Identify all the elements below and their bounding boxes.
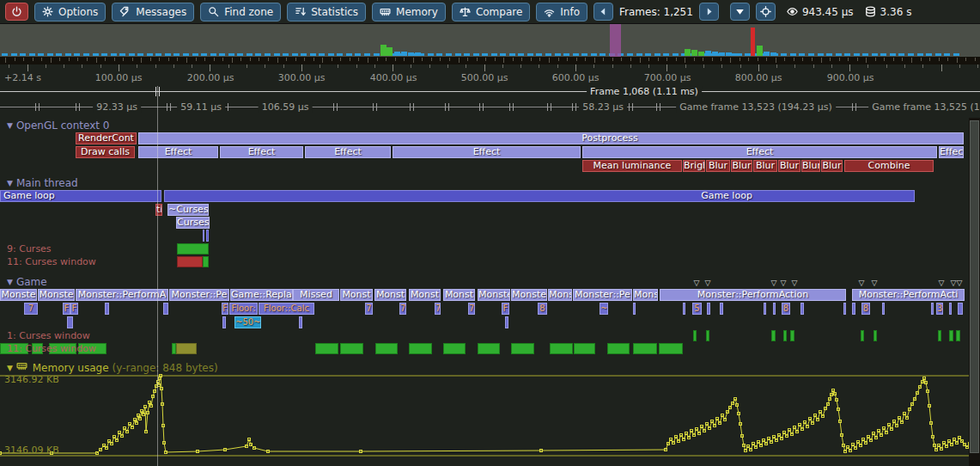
power-button[interactable] [5,3,28,21]
frame-bar[interactable] [237,53,243,56]
frame-bar[interactable] [781,53,787,56]
collapsed-zones-marker[interactable]: ▽ [939,279,945,287]
frame-bar[interactable] [705,51,711,56]
lock-bar[interactable] [203,256,209,267]
frame-bar[interactable] [663,53,669,56]
frame-bar[interactable] [408,52,414,56]
frame-bar[interactable] [83,53,89,56]
collapsed-zones-marker[interactable]: ▽ [694,279,700,287]
frame-bar[interactable] [757,46,763,56]
frame-bar[interactable] [129,53,135,56]
lock-bar[interactable] [550,343,573,354]
zone-bar[interactable]: Monster::Pe [169,289,229,301]
center-view-button[interactable] [756,3,776,21]
zone-bar[interactable]: Monst [409,289,441,301]
frame-bar[interactable] [691,50,697,56]
lock-bar[interactable] [873,330,877,341]
zone-bar[interactable]: Monster::PerformActi [852,289,965,301]
lock-bar[interactable] [177,256,203,267]
zone-bar[interactable]: Effec [939,146,964,158]
frame-bar[interactable] [401,52,407,56]
frame-bar[interactable] [436,53,442,56]
zone-bar[interactable] [800,303,804,315]
frame-bar[interactable] [627,53,633,56]
frame-bar[interactable] [428,53,434,56]
zone-bar[interactable]: 7 [365,303,373,315]
collapsed-zones-marker[interactable]: ▽ [705,279,711,287]
lock-bar[interactable] [790,330,794,341]
zone-bar[interactable]: Floor::Calc [259,303,314,315]
frame-bar[interactable] [935,53,941,56]
frame-bar[interactable] [119,53,125,56]
frame-bar[interactable] [201,53,207,56]
zone-bar[interactable] [773,303,776,315]
zone-bar[interactable]: 7 [435,303,441,315]
frame-bar[interactable] [944,53,950,56]
lock-bar[interactable] [783,330,787,341]
frame-bar[interactable] [29,53,35,56]
zone-bar[interactable]: Floor: [229,303,258,315]
frame-bar[interactable] [645,53,651,56]
zone-bar[interactable]: 8 [538,303,547,315]
zone-bar[interactable]: RenderCont [76,132,137,144]
zone-bar[interactable]: Monster::PerformA [76,289,168,301]
zone-bar[interactable]: Mons [633,289,658,301]
frame-bar[interactable] [47,53,53,56]
lock-bar[interactable] [706,330,709,341]
frame-bar[interactable] [685,49,691,56]
lock-bar[interactable] [315,343,338,354]
frame-bar[interactable] [274,53,280,56]
frame-bar[interactable] [210,53,216,56]
zone-bar[interactable] [299,316,302,328]
zone-bar[interactable]: 7 [24,303,38,315]
lock-bar[interactable] [633,343,657,354]
zone-bar[interactable]: Effect [220,146,303,158]
zone-bar[interactable]: Monste [0,289,37,301]
messages-button[interactable]: Messages [112,3,194,21]
frame-bar[interactable] [862,53,868,56]
zone-bar[interactable]: Combine [844,160,934,172]
zone-bar[interactable] [931,303,934,315]
frame-bar[interactable] [346,53,352,56]
zone-bar[interactable]: Blur [821,160,843,172]
frame-bar[interactable] [917,53,923,56]
scrollbar-thumb[interactable] [970,120,979,453]
lock-bar[interactable] [771,330,776,341]
zone-bar[interactable]: Effect [305,146,391,158]
main-thread-header[interactable]: ▼Main thread [7,177,78,189]
frame-bar[interactable] [581,53,587,56]
zone-bar[interactable]: Game::Replay [230,289,293,301]
frame-bar[interactable] [844,53,850,56]
frame-bar[interactable] [898,53,904,56]
frame-bar[interactable] [733,53,739,56]
frame-bar[interactable] [826,53,832,56]
game-thread-header[interactable]: ▼Game [7,276,47,288]
zone-bar[interactable] [505,316,508,328]
zone-bar[interactable]: Mons [548,289,572,301]
lock-bar[interactable] [409,343,432,354]
frame-bar[interactable] [415,52,421,56]
frame-bar[interactable] [872,53,878,56]
zone-bar[interactable] [852,303,855,315]
options-button[interactable]: Options [34,3,106,21]
frame-bar[interactable] [111,53,117,56]
zone-bar[interactable]: ~ [600,303,608,315]
statistics-button[interactable]: Statistics [287,3,366,21]
frame-bar[interactable] [818,53,824,56]
frame-bar[interactable] [283,53,289,56]
frame-bar[interactable] [446,53,452,56]
frame-bar[interactable] [183,53,189,56]
frame-bar[interactable] [355,53,361,56]
frame-bar[interactable] [455,53,461,56]
zone-bar[interactable]: F [63,303,70,315]
frame-bar[interactable] [219,53,225,56]
frame-bar[interactable] [500,53,506,56]
frame-bar[interactable] [654,53,660,56]
next-frame-button[interactable] [699,3,719,21]
zone-bar[interactable]: 5 [692,303,702,315]
lock-bar[interactable] [607,343,630,354]
frame-bar[interactable] [908,53,914,56]
frame-bar[interactable] [518,53,524,56]
frame-bar[interactable] [11,53,17,56]
collapsed-zones-marker[interactable]: ▽ [951,279,957,287]
